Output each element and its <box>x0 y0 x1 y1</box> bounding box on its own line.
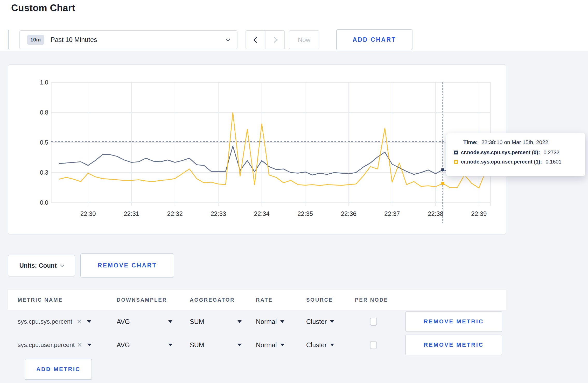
svg-text:22:30: 22:30 <box>80 210 96 217</box>
time-range-label: Past 10 Minutes <box>51 36 97 44</box>
tooltip-series-row: cr.node.sys.cpu.sys.percent (0): 0.2732 <box>454 150 578 155</box>
clear-metric-icon[interactable]: ✕ <box>77 341 82 349</box>
col-header-metric-name: METRIC NAME <box>18 297 117 303</box>
rate-select[interactable]: Normal <box>256 318 284 325</box>
remove-metric-button[interactable]: REMOVE METRIC <box>405 335 502 355</box>
caret-down-icon <box>168 344 172 346</box>
source-select[interactable]: Cluster <box>306 318 334 325</box>
aggregator-value: SUM <box>190 341 204 349</box>
col-header-source: SOURCE <box>306 297 355 303</box>
tooltip-series-row: cr.node.sys.cpu.user.percent (1): 0.1601 <box>454 159 578 165</box>
svg-text:22:34: 22:34 <box>254 210 270 217</box>
per-node-checkbox[interactable] <box>370 341 377 349</box>
caret-down-icon <box>237 344 242 346</box>
aggregator-select[interactable]: SUM <box>190 318 242 325</box>
tooltip-time-label: Time: <box>463 139 478 145</box>
metric-name-value: sys.cpu.sys.percent <box>18 318 72 325</box>
units-select-label: Units: Count <box>19 262 57 269</box>
source-value: Cluster <box>306 318 327 325</box>
caret-down-icon <box>280 344 284 346</box>
svg-text:22:37: 22:37 <box>384 210 400 217</box>
svg-text:0.3: 0.3 <box>40 169 48 176</box>
caret-down-icon <box>237 320 242 323</box>
svg-text:0.5: 0.5 <box>40 139 48 146</box>
metrics-table-header: METRIC NAME DOWNSAMPLER AGGREGATOR RATE … <box>8 290 506 310</box>
svg-text:1.0: 1.0 <box>40 79 48 86</box>
clear-metric-icon[interactable]: ✕ <box>76 318 82 325</box>
downsampler-value: AVG <box>117 318 130 325</box>
metric-name-select[interactable]: sys.cpu.user.percent ✕ <box>18 341 117 349</box>
caret-down-icon <box>87 344 92 346</box>
col-header-downsampler: DOWNSAMPLER <box>117 297 190 303</box>
now-button[interactable]: Now <box>289 30 319 49</box>
remove-metric-button[interactable]: REMOVE METRIC <box>405 311 502 332</box>
svg-text:22:32: 22:32 <box>167 210 183 217</box>
metric-name-select[interactable]: sys.cpu.sys.percent ✕ <box>18 318 117 325</box>
time-range-select[interactable]: 10m Past 10 Minutes <box>19 30 237 49</box>
tooltip-series-name: cr.node.sys.cpu.sys.percent (0): <box>461 150 540 155</box>
chart-svg[interactable]: 0.00.30.50.81.022:3022:3122:3222:3322:34… <box>8 65 507 235</box>
per-node-checkbox[interactable] <box>370 318 377 326</box>
tooltip-series-value: 0.1601 <box>545 159 561 165</box>
svg-text:22:31: 22:31 <box>124 210 139 217</box>
chevron-down-icon <box>60 263 64 267</box>
svg-text:0.0: 0.0 <box>40 199 48 206</box>
col-header-aggregator: AGGREGATOR <box>190 297 256 303</box>
chevron-left-icon <box>253 37 259 43</box>
sys-series-swatch-icon <box>454 151 458 154</box>
metric-name-value: sys.cpu.user.percent <box>18 341 75 349</box>
tooltip-time: Time:22:38:10 on Mar 15th, 2022 <box>463 139 578 145</box>
source-select[interactable]: Cluster <box>306 341 334 349</box>
source-value: Cluster <box>306 341 327 349</box>
svg-text:0.8: 0.8 <box>40 109 48 116</box>
caret-down-icon <box>330 344 334 346</box>
aggregator-select[interactable]: SUM <box>190 341 242 349</box>
col-header-per-node: PER NODE <box>355 297 405 303</box>
chevron-down-icon <box>226 37 230 41</box>
add-chart-button[interactable]: ADD CHART <box>336 29 412 50</box>
rate-value: Normal <box>256 318 277 325</box>
rate-value: Normal <box>256 341 277 349</box>
user-series-swatch-icon <box>454 160 458 164</box>
svg-text:22:33: 22:33 <box>211 210 226 217</box>
svg-text:22:38: 22:38 <box>428 210 443 217</box>
caret-down-icon <box>168 320 172 323</box>
col-header-rate: RATE <box>256 297 306 303</box>
remove-chart-button[interactable]: REMOVE CHART <box>80 253 174 278</box>
caret-down-icon <box>87 320 91 323</box>
svg-text:22:39: 22:39 <box>471 210 487 217</box>
downsampler-value: AVG <box>117 341 130 349</box>
table-row: sys.cpu.user.percent ✕ AVG SUM Normal Cl… <box>8 333 506 357</box>
chevron-right-icon <box>271 37 277 43</box>
caret-down-icon <box>280 320 284 323</box>
tooltip-series-name: cr.node.sys.cpu.user.percent (1): <box>461 159 542 165</box>
next-time-button[interactable] <box>265 31 284 49</box>
svg-text:22:35: 22:35 <box>297 210 313 217</box>
time-range-badge: 10m <box>27 35 44 45</box>
units-select[interactable]: Units: Count <box>8 255 75 276</box>
chart-card: 0.00.30.50.81.022:3022:3122:3222:3322:34… <box>8 64 506 235</box>
tooltip-series-value: 0.2732 <box>544 150 559 155</box>
caret-down-icon <box>330 320 334 323</box>
add-metric-button[interactable]: ADD METRIC <box>25 359 92 380</box>
toolbar-accent-bar <box>8 30 9 49</box>
svg-text:22:36: 22:36 <box>341 210 356 217</box>
time-pager <box>246 30 285 49</box>
aggregator-value: SUM <box>190 318 204 325</box>
rate-select[interactable]: Normal <box>256 341 284 349</box>
downsampler-select[interactable]: AVG <box>117 318 172 325</box>
tooltip-time-value: 22:38:10 on Mar 15th, 2022 <box>481 139 548 145</box>
table-row: sys.cpu.sys.percent ✕ AVG SUM Normal Clu… <box>8 310 506 333</box>
prev-time-button[interactable] <box>246 31 265 49</box>
page-title: Custom Chart <box>11 3 75 13</box>
chart-tooltip: Time:22:38:10 on Mar 15th, 2022 cr.node.… <box>446 133 585 176</box>
downsampler-select[interactable]: AVG <box>117 341 172 349</box>
